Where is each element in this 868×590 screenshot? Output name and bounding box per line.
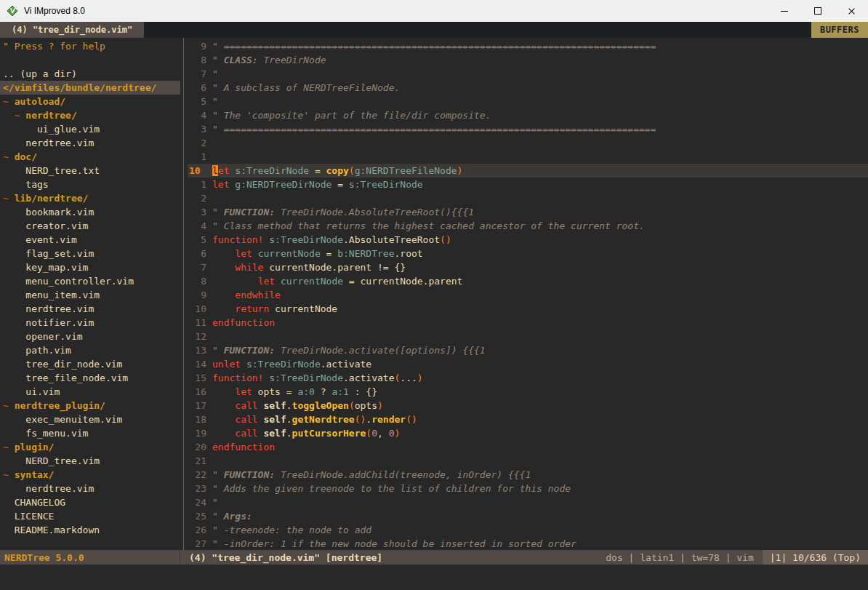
tree-item[interactable]: ~ lib/nerdtree/	[0, 191, 180, 205]
tree-item[interactable]: path.vim	[0, 343, 180, 357]
line-number: 27	[188, 537, 206, 550]
tree-item[interactable]: menu_item.vim	[0, 288, 180, 302]
line-number: 6	[188, 81, 206, 95]
tree-item[interactable]: tree_file_node.vim	[0, 371, 180, 385]
editor-line[interactable]: 3" =====================================…	[188, 122, 868, 136]
code-text	[212, 191, 868, 205]
tree-item[interactable]: ~ autoload/	[0, 95, 180, 108]
editor-line[interactable]: 9" =====================================…	[188, 39, 868, 53]
tree-up-dir[interactable]: .. (up a dir)	[0, 67, 180, 81]
tree-item[interactable]: nerdtree.vim	[0, 482, 180, 495]
editor-line[interactable]: 20endfunction	[188, 440, 868, 454]
editor-line[interactable]: 5function! s:TreeDirNode.AbsoluteTreeRoo…	[188, 233, 868, 247]
tree-item[interactable]: creator.vim	[0, 219, 180, 233]
editor-line[interactable]: 2	[188, 191, 868, 205]
tree-item[interactable]: key_map.vim	[0, 260, 180, 274]
tree-item[interactable]: fs_menu.vim	[0, 426, 180, 440]
editor-line[interactable]: 25" Args:	[188, 509, 868, 523]
editor-line[interactable]: 1	[188, 150, 868, 164]
tree-item[interactable]: opener.vim	[0, 330, 180, 343]
close-button[interactable]	[835, 0, 868, 22]
tree-item[interactable]: nerdtree.vim	[0, 136, 180, 150]
editor-line[interactable]: 4" Class method that returns the highest…	[188, 219, 868, 233]
titlebar[interactable]: Vi IMproved 8.0	[0, 0, 868, 22]
editor-cursor-line[interactable]: 10let s:TreeDirNode = copy(g:NERDTreeFil…	[188, 164, 868, 178]
editor-line[interactable]: 1let g:NERDTreeDirNode = s:TreeDirNode	[188, 178, 868, 191]
tree-item[interactable]: NERD_tree.vim	[0, 454, 180, 468]
tree-help[interactable]: " Press ? for help	[0, 39, 180, 53]
buffers-tab[interactable]: BUFFERS	[811, 22, 868, 38]
editor-line[interactable]: 26" -treenode: the node to add	[188, 523, 868, 537]
editor-line[interactable]: 7"	[188, 67, 868, 81]
editor-line[interactable]: 14unlet s:TreeDirNode.activate	[188, 357, 868, 371]
code-token: g:NERDTreeDirNode	[235, 179, 331, 190]
tree-item[interactable]: ui_glue.vim	[0, 122, 180, 136]
editor-line[interactable]: 7 while currentNode.parent != {}	[188, 260, 868, 274]
tree-item[interactable]: README.markdown	[0, 523, 180, 537]
line-number: 17	[188, 399, 206, 412]
vertical-split-separator[interactable]	[180, 38, 188, 550]
editor-line[interactable]: 5"	[188, 95, 868, 108]
code-token: event.vim	[3, 234, 77, 245]
tree-item[interactable]: flag_set.vim	[0, 247, 180, 260]
editor-line[interactable]: 16 let opts = a:0 ? a:1 : {}	[188, 385, 868, 399]
tree-item[interactable]: LICENCE	[0, 509, 180, 523]
tree-item[interactable]: CHANGELOG	[0, 495, 180, 509]
maximize-button[interactable]	[801, 0, 835, 22]
tree-item[interactable]: ~ doc/	[0, 150, 180, 164]
editor-buffer[interactable]: 9" =====================================…	[188, 38, 868, 550]
editor-line[interactable]: 4" The 'composite' part of the file/dir …	[188, 108, 868, 122]
tree-item[interactable]: ~ nerdtree/	[0, 108, 180, 122]
tree-item[interactable]: nerdtree.vim	[0, 302, 180, 316]
line-number: 26	[188, 523, 206, 537]
code-text: " Adds the given treenode to the list of…	[212, 482, 868, 495]
editor-line[interactable]: 12	[188, 330, 868, 343]
tree-item[interactable]: event.vim	[0, 233, 180, 247]
code-token	[212, 428, 235, 439]
tree-item[interactable]: NERD_tree.txt	[0, 164, 180, 178]
code-token: notifier.vim	[3, 317, 94, 328]
tree-item[interactable]: tags	[0, 178, 180, 191]
editor-line[interactable]: 11endfunction	[188, 316, 868, 330]
statusline: NERDTree 5.0.0 (4) "tree_dir_node.vim" […	[0, 550, 868, 565]
editor-line[interactable]: 6" A subclass of NERDTreeFileNode.	[188, 81, 868, 95]
tree-item[interactable]: menu_controller.vim	[0, 274, 180, 288]
code-token: " Press ? for help	[3, 41, 105, 52]
tree-root[interactable]: </vimfiles/bundle/nerdtree/	[0, 81, 180, 95]
editor-line[interactable]: 24"	[188, 495, 868, 509]
tree-item[interactable]: tree_dir_node.vim	[0, 357, 180, 371]
code-token: ()	[406, 414, 417, 425]
editor-line[interactable]: 17 call self.toggleOpen(opts)	[188, 399, 868, 412]
tree-item[interactable]: ~ syntax/	[0, 468, 180, 482]
code-text: return currentNode	[212, 302, 868, 316]
editor-line[interactable]: 15function! s:TreeDirNode.activate(...)	[188, 371, 868, 385]
editor-line[interactable]: 9 endwhile	[188, 288, 868, 302]
editor-line[interactable]: 8" CLASS: TreeDirNode	[188, 53, 868, 67]
editor-line[interactable]: 10 return currentNode	[188, 302, 868, 316]
tree-item[interactable]: ~ nerdtree_plugin/	[0, 399, 180, 412]
editor-line[interactable]: 19 call self.putCursorHere(0, 0)	[188, 426, 868, 440]
editor-line[interactable]: 6 let currentNode = b:NERDTree.root	[188, 247, 868, 260]
editor-line[interactable]: 18 call self.getNerdtree().render()	[188, 412, 868, 426]
tab-tree-dir-node[interactable]: (4) "tree_dir_node.vim"	[0, 22, 144, 38]
code-token: endwhile	[235, 290, 281, 300]
tree-item[interactable]: ~ plugin/	[0, 440, 180, 454]
editor-line[interactable]: 21	[188, 454, 868, 468]
code-token: FUNCTION:	[224, 207, 275, 218]
tree-item[interactable]: bookmark.vim	[0, 205, 180, 219]
tree-item[interactable]: ui.vim	[0, 385, 180, 399]
tree-item[interactable]: notifier.vim	[0, 316, 180, 330]
minimize-button[interactable]	[768, 0, 801, 22]
editor-line[interactable]: 8 let currentNode = currentNode.parent	[188, 274, 868, 288]
editor-line[interactable]: 13" FUNCTION: TreeDirNode.activate([opti…	[188, 343, 868, 357]
nerdtree-panel[interactable]: " Press ? for help.. (up a dir)</vimfile…	[0, 38, 180, 550]
tree-item[interactable]: exec_menuitem.vim	[0, 412, 180, 426]
editor-line[interactable]: 23" Adds the given treenode to the list …	[188, 482, 868, 495]
vim-logo-icon[interactable]	[7, 5, 18, 17]
code-token: NERD_tree.txt	[3, 165, 100, 176]
editor-line[interactable]: 22" FUNCTION: TreeDirNode.addChild(treen…	[188, 468, 868, 482]
editor-line[interactable]: 27" -inOrder: 1 if the new node should b…	[188, 537, 868, 550]
editor-line[interactable]: 2	[188, 136, 868, 150]
editor-line[interactable]: 3" FUNCTION: TreeDirNode.AbsoluteTreeRoo…	[188, 205, 868, 219]
line-number: 2	[188, 136, 206, 150]
